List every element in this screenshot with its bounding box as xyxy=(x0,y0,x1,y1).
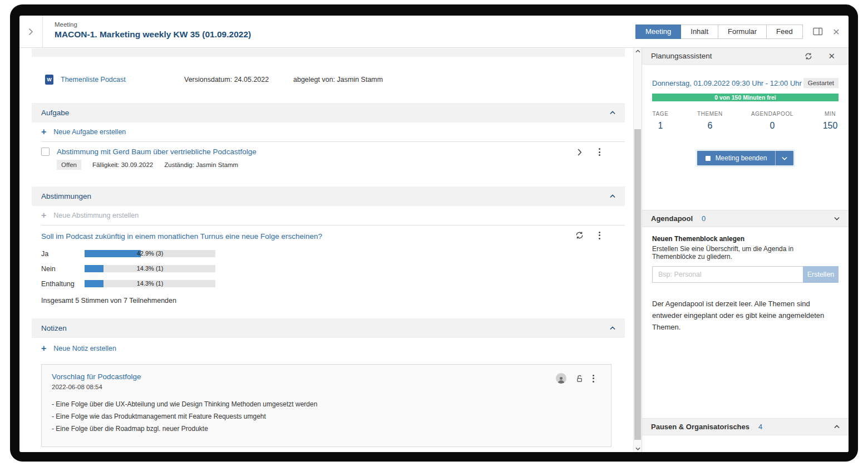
section-title: Abstimmungen xyxy=(41,192,91,200)
poll-option-label: Nein xyxy=(41,265,85,273)
chevron-up-icon[interactable] xyxy=(610,194,615,198)
chevron-right-icon xyxy=(28,28,33,36)
unlock-icon[interactable] xyxy=(576,375,583,382)
section-header-aufgabe[interactable]: Aufgabe xyxy=(32,103,625,122)
themenblock-heading: Neuen Themenblock anlegen xyxy=(652,235,839,243)
create-poll-label: Neue Abstimmung erstellen xyxy=(53,212,139,219)
collapse-rail[interactable] xyxy=(19,16,43,47)
themenblock-description: Erstellen Sie eine Überschrift, um die A… xyxy=(652,245,839,261)
end-meeting-dropdown-button[interactable] xyxy=(775,151,793,165)
poll-option-row: Enthaltung 14.3% (1) xyxy=(41,280,625,287)
tab-inhalt[interactable]: Inhalt xyxy=(680,24,718,39)
chevron-down-icon[interactable] xyxy=(834,217,840,220)
panel-refresh-icon[interactable] xyxy=(805,52,812,60)
pausen-title: Pausen & Organisatorisches xyxy=(651,423,749,431)
poll-kebab-menu-icon[interactable] xyxy=(599,232,600,239)
note-line: - Eine Folge wie das Produktmanagement m… xyxy=(52,411,601,423)
tab-meeting[interactable]: Meeting xyxy=(635,24,681,39)
document-link[interactable]: Themenliste Podcast xyxy=(61,76,184,84)
erstellen-button[interactable]: Erstellen xyxy=(803,266,839,283)
chevron-up-icon[interactable] xyxy=(834,425,840,429)
create-poll-button[interactable]: + Neue Abstimmung erstellen xyxy=(32,206,625,225)
end-meeting-split-button: Meeting beenden xyxy=(697,151,794,165)
stat-tage: TAGE 1 xyxy=(652,111,669,131)
end-meeting-button[interactable]: Meeting beenden xyxy=(697,151,776,165)
agendapool-count: 0 xyxy=(702,214,834,223)
page-title: MACON-1. Marketing weekly KW 35 (01.09.2… xyxy=(55,30,636,40)
task-status-badge: Offen xyxy=(57,160,81,170)
open-task-chevron-icon[interactable] xyxy=(578,149,582,156)
section-title: Notizen xyxy=(41,324,67,332)
window-header: Meeting MACON-1. Marketing weekly KW 35 … xyxy=(19,16,849,48)
app-body: W Themenliste Podcast Versionsdatum: 24.… xyxy=(19,48,849,452)
create-note-label: Neue Notiz erstellen xyxy=(53,345,116,352)
poll-bar: 42.9% (3) xyxy=(85,250,215,257)
note-line: - Eine Folge über die Roadmap bzgl. neue… xyxy=(52,423,601,435)
poll-option-label: Enthaltung xyxy=(41,280,85,288)
plus-icon: + xyxy=(41,127,46,137)
breadcrumb: Meeting xyxy=(55,21,636,28)
planning-assistant-panel: Planungsassistent ✕ Donnerstag, 01.09.20… xyxy=(642,48,849,452)
plus-icon: + xyxy=(41,210,46,220)
planning-assistant-header: Planungsassistent ✕ xyxy=(642,48,849,65)
session-datetime-link[interactable]: Donnerstag, 01.09.2022 09:30 Uhr - 12:00… xyxy=(652,79,802,87)
section-title: Aufgabe xyxy=(41,109,69,117)
session-status-badge: Gestartet xyxy=(803,78,839,88)
scroll-down-arrow-icon[interactable] xyxy=(634,447,642,450)
poll-question-link[interactable]: Soll im Podcast zukünftig in einem monat… xyxy=(41,232,625,241)
poll: Soll im Podcast zukünftig in einem monat… xyxy=(32,225,625,308)
section-header-notizen[interactable]: Notizen xyxy=(32,318,625,338)
task-kebab-menu-icon[interactable] xyxy=(599,148,600,156)
author-avatar[interactable] xyxy=(556,373,566,384)
panel-close-icon[interactable]: ✕ xyxy=(828,53,835,60)
tab-formular[interactable]: Formular xyxy=(718,24,767,39)
task-title-link[interactable]: Abstimmung mit Gerd Baum über vertriebli… xyxy=(57,148,257,156)
stop-icon xyxy=(706,156,711,161)
poll-total-votes: Insgesamt 5 Stimmen von 7 Teilnehmenden xyxy=(41,297,625,305)
close-icon[interactable]: × xyxy=(833,27,840,37)
minutes-progress-bar: 0 von 150 Minuten frei xyxy=(652,94,839,101)
task-checkbox[interactable] xyxy=(41,148,50,156)
window-frame: Meeting MACON-1. Marketing weekly KW 35 … xyxy=(10,4,858,462)
poll-option-row: Ja 42.9% (3) xyxy=(41,250,625,257)
pausen-count: 4 xyxy=(758,423,834,431)
section-header-abstimmungen[interactable]: Abstimmungen xyxy=(32,187,625,206)
stat-min: MIN 150 xyxy=(822,111,839,131)
chevron-up-icon[interactable] xyxy=(610,326,615,330)
stat-themen: THEMEN 6 xyxy=(697,111,723,131)
note-timestamp: 2022-06-08 08:54 xyxy=(52,384,601,390)
end-meeting-label: Meeting beenden xyxy=(716,154,767,162)
scrollbar-thumb[interactable] xyxy=(634,129,641,440)
agendapool-empty-text: Der Agendapool ist derzeit leer. Alle Th… xyxy=(652,298,839,333)
header-controls: Meeting Inhalt Formular Feed × xyxy=(636,16,849,47)
note-body: - Eine Folge über die UX-Abteilung und w… xyxy=(52,399,601,435)
task-due-date: Fälligkeit: 30.09.2022 xyxy=(92,161,153,168)
poll-result-text: 42.9% (3) xyxy=(85,250,215,257)
poll-refresh-icon[interactable] xyxy=(575,231,584,239)
poll-bar: 14.3% (1) xyxy=(85,280,215,287)
chevron-up-icon[interactable] xyxy=(610,111,615,115)
main-scrollbar[interactable] xyxy=(633,48,642,452)
document-version: Versionsdatum: 24.05.2022 xyxy=(184,76,293,84)
word-file-icon: W xyxy=(45,75,53,85)
create-task-label: Neue Aufgabe erstellen xyxy=(53,128,126,136)
agendapool-title: Agendapool xyxy=(651,214,693,223)
poll-result-text: 14.3% (1) xyxy=(85,280,215,287)
toggle-panel-icon[interactable] xyxy=(813,27,823,36)
pausen-header[interactable]: Pausen & Organisatorisches 4 xyxy=(642,418,849,435)
poll-results: Ja 42.9% (3) Nein 14.3% (1) xyxy=(41,250,625,287)
agendapool-content: Neuen Themenblock anlegen Erstellen Sie … xyxy=(642,227,849,333)
agendapool-header[interactable]: Agendapool 0 xyxy=(642,210,849,227)
main-content: W Themenliste Podcast Versionsdatum: 24.… xyxy=(19,48,633,452)
poll-option-row: Nein 14.3% (1) xyxy=(41,265,625,272)
create-task-button[interactable]: + Neue Aufgabe erstellen xyxy=(32,122,625,141)
note-title-link[interactable]: Vorschlag für Podcastfolge xyxy=(52,372,601,381)
tab-feed[interactable]: Feed xyxy=(766,24,803,39)
task-assignee: Zuständig: Jasmin Stamm xyxy=(164,161,238,168)
session-stats: TAGE 1 THEMEN 6 AGENDAPOOL 0 MIN xyxy=(652,111,839,131)
note-line: - Eine Folge über die UX-Abteilung und w… xyxy=(52,399,601,411)
note-kebab-menu-icon[interactable] xyxy=(593,375,594,382)
scroll-up-arrow-icon[interactable] xyxy=(634,50,642,53)
create-note-button[interactable]: + Neue Notiz erstellen xyxy=(32,338,625,359)
themenblock-input[interactable] xyxy=(652,266,803,283)
